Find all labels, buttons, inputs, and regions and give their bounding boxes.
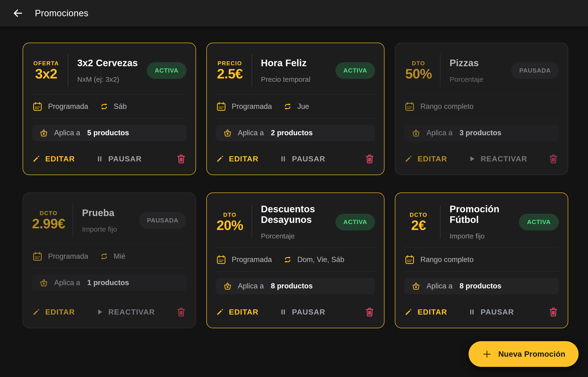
edit-button[interactable]: EDITAR [404,308,447,317]
promo-titlebox: Descuentos Desayunos Porcentaje [261,204,331,240]
applies-row: Aplica a 8 productos [404,278,559,294]
delete-button[interactable] [176,153,186,164]
promo-subtitle: NxM (ej: 3x2) [77,75,142,83]
edit-button[interactable]: EDITAR [404,154,447,163]
basket-icon [39,278,48,287]
toggle-button[interactable]: PAUSAR [96,154,142,163]
applies-count: 3 productos [460,129,501,137]
applies-count: 8 productos [271,282,313,290]
promo-titlebox: 3x2 Cervezas NxM (ej: 3x2) [77,58,142,83]
promo-type-label: OFERTA [34,60,59,67]
delete-button[interactable] [548,153,559,164]
promo-card-header: DTO 50% Pizzas Porcentaje PAUSADA [404,54,559,87]
card-actions: EDITAR PAUSAR [216,141,375,164]
status-badge: PAUSADA [139,212,186,229]
schedule-days: Sáb [114,102,127,111]
delete-button[interactable] [548,306,559,317]
calendar-icon [404,101,415,112]
promo-value: 20% [217,218,243,233]
delete-button[interactable] [176,306,186,317]
pencil-icon [32,154,41,163]
arrow-left-icon [12,8,23,19]
calendar-icon [216,254,227,265]
promo-card: DCTO 2.99€ Prueba Importe fijo PAUSADA [23,192,196,328]
toggle-button[interactable]: REACTIVAR [468,154,527,163]
promo-value: 3x2 [35,67,57,81]
applies-row: Aplica a 3 productos [404,125,559,141]
repeat-icon [99,102,109,111]
edit-label: EDITAR [45,154,75,163]
repeat-icon [99,251,109,261]
play-icon [96,308,104,316]
schedule-days: Dom, Vie, Sáb [297,255,344,264]
edit-button[interactable]: EDITAR [216,154,259,163]
schedule-days: Jue [297,102,309,111]
app-bar: Promociones [0,0,588,26]
schedule-label: Programada [232,255,272,264]
applies-count: 8 productos [460,282,501,290]
basket-icon [39,128,48,138]
promo-card-content: PRECIO 2.5€ Hora Feliz Precio temporal A… [216,54,375,164]
trash-icon [176,306,186,317]
toggle-label: PAUSAR [108,154,142,163]
toggle-button[interactable]: PAUSAR [279,308,325,317]
promo-title: Hora Feliz [261,58,331,68]
toggle-button[interactable]: PAUSAR [279,154,325,163]
back-button[interactable] [10,5,26,22]
promo-card: DTO 20% Descuentos Desayunos Porcentaje … [206,192,385,328]
edit-label: EDITAR [417,154,447,163]
toggle-button[interactable]: PAUSAR [468,308,514,317]
promo-title: 3x2 Cervezas [77,58,142,68]
new-promotion-button[interactable]: Nueva Promoción [469,341,578,367]
promo-card: OFERTA 3x2 3x2 Cervezas NxM (ej: 3x2) AC… [23,43,196,175]
applies-label: Aplica a [54,129,80,137]
promo-value: 2€ [411,218,426,233]
promo-value-badge: DTO 20% [216,212,244,233]
basket-icon [411,281,421,291]
promo-value-badge: PRECIO 2.5€ [216,60,244,81]
promo-type-label: DTO [412,60,425,67]
edit-label: EDITAR [417,308,447,317]
delete-button[interactable] [364,306,375,317]
pencil-icon [404,154,413,163]
pause-icon [279,308,287,316]
status-badge: ACTIVA [147,62,186,79]
promo-value-badge: DTO 50% [404,60,433,81]
promo-subtitle: Porcentaje [261,232,331,240]
promo-value-badge: DCTO 2.99€ [32,210,65,231]
repeat-group: Jue [283,102,309,111]
toggle-button[interactable]: REACTIVAR [96,308,155,317]
vertical-divider [252,54,252,87]
promo-value-badge: OFERTA 3x2 [32,60,60,81]
promo-subtitle: Precio temporal [261,75,331,83]
vertical-divider [440,54,440,87]
applies-row: Aplica a 1 productos [32,274,186,291]
promo-title: Promoción Fútbol [450,204,515,225]
pencil-icon [404,308,413,316]
edit-label: EDITAR [229,154,259,163]
schedule-row: Programada Sáb [32,95,186,118]
promo-value: 50% [405,67,432,81]
schedule-label: Rango completo [420,255,473,264]
applies-count: 2 productos [271,129,313,137]
repeat-group: Sáb [99,102,127,111]
divider [216,271,375,272]
edit-label: EDITAR [229,308,259,317]
edit-button[interactable]: EDITAR [32,308,75,317]
promo-card-header: DCTO 2.99€ Prueba Importe fijo PAUSADA [32,204,186,237]
applies-row: Aplica a 5 productos [32,125,186,141]
promo-type-label: DCTO [40,210,58,217]
toggle-label: REACTIVAR [481,154,527,163]
applies-label: Aplica a [427,282,452,290]
promo-titlebox: Prueba Importe fijo [82,208,135,233]
promo-subtitle: Importe fijo [450,232,515,240]
schedule-label: Programada [48,102,88,111]
edit-button[interactable]: EDITAR [216,308,259,317]
promo-type-label: PRECIO [218,60,242,67]
card-actions: EDITAR PAUSAR [216,294,375,317]
edit-button[interactable]: EDITAR [32,154,75,163]
status-badge: PAUSADA [511,62,559,79]
delete-button[interactable] [364,153,375,164]
promo-card-header: DCTO 2€ Promoción Fútbol Importe fijo AC… [404,204,559,240]
promo-card-header: PRECIO 2.5€ Hora Feliz Precio temporal A… [216,54,375,87]
